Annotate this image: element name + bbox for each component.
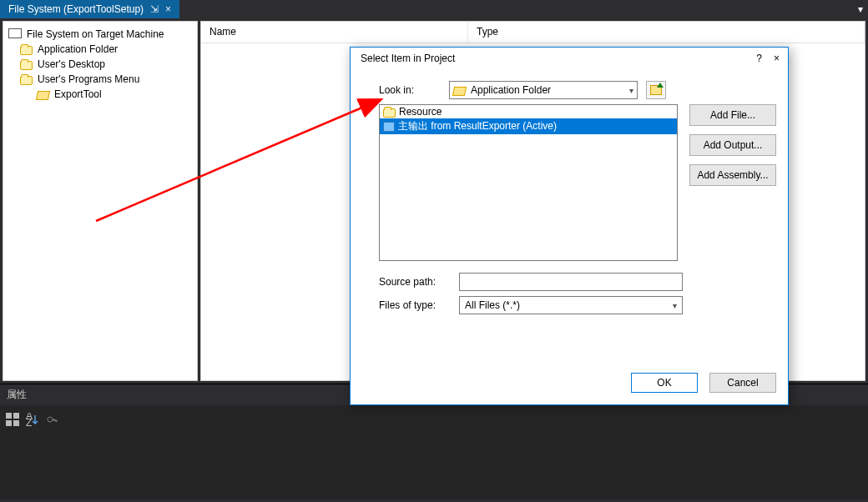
dialog-footer: OK Cancel [351,364,788,404]
tree-label: User's Programs Menu [38,73,139,85]
look-in-select[interactable]: Application Folder ▾ [449,81,638,99]
tree-label: User's Desktop [38,58,105,70]
list-item-primary-output[interactable]: 主输出 from ResultExporter (Active) [380,118,677,134]
column-name[interactable]: Name [201,22,468,43]
files-of-type-select[interactable]: All Files (*.*) ▾ [459,296,683,314]
svg-point-6 [48,417,53,422]
source-path-input[interactable] [459,273,683,291]
source-path-label: Source path: [379,276,451,288]
tree-exporttool[interactable]: ExportTool [8,87,192,102]
files-of-type-value: All Files (*.*) [465,299,520,311]
tree-root-label: File System on Target Machine [27,28,164,40]
tab-strip: File System (ExportToolSetup) ⇲ × ▾ [0,0,868,18]
svg-rect-2 [6,420,12,426]
folder-open-icon [36,91,50,100]
svg-rect-3 [13,420,19,426]
dialog-side-buttons: Add File... Add Output... Add Assembly..… [689,104,776,261]
folder-icon [20,46,33,55]
list-header: Name Type [201,22,865,43]
tab-title: File System (ExportToolSetup) [8,3,144,15]
list-item-label: Resource [399,106,442,118]
list-item-resource[interactable]: Resource [380,105,677,118]
folder-up-button[interactable] [646,81,666,99]
pin-icon[interactable]: ⇲ [150,3,159,15]
properties-body [0,432,868,499]
chevron-down-icon: ▾ [629,86,633,95]
folder-open-icon [452,87,467,96]
tabstrip-overflow-icon[interactable]: ▾ [853,0,868,18]
dialog-title: Select Item in Project [361,53,455,64]
tree-users-programs-menu[interactable]: User's Programs Menu [8,72,192,87]
document-tab[interactable]: File System (ExportToolSetup) ⇲ × [0,0,179,18]
item-list[interactable]: Resource 主输出 from ResultExporter (Active… [379,104,678,261]
tree-application-folder[interactable]: Application Folder [8,42,192,57]
svg-text:Z: Z [26,417,32,426]
column-type[interactable]: Type [468,22,865,43]
files-of-type-label: Files of type: [379,299,451,311]
categorized-view-icon[interactable] [5,412,20,427]
alphabetical-sort-icon[interactable]: AZ [25,412,40,427]
folder-icon [20,61,33,70]
source-path-row: Source path: [379,273,776,291]
dialog-close-icon[interactable]: × [774,53,780,64]
files-of-type-row: Files of type: All Files (*.*) ▾ [379,296,776,314]
add-assembly-button[interactable]: Add Assembly... [689,164,776,186]
dialog-content: Resource 主输出 from ResultExporter (Active… [379,104,776,261]
folder-icon [383,108,396,118]
look-in-label: Look in: [379,84,441,96]
cancel-button[interactable]: Cancel [709,373,776,393]
monitor-icon [8,28,22,40]
tree-users-desktop[interactable]: User's Desktop [8,57,192,72]
tree-label: Application Folder [38,43,118,55]
property-pages-icon[interactable] [45,412,60,427]
properties-toolbar: AZ [0,405,868,432]
add-file-button[interactable]: Add File... [689,104,776,126]
svg-rect-7 [53,419,58,422]
dialog-help-icon[interactable]: ? [756,53,762,64]
svg-rect-0 [6,413,12,419]
dialog-body: Look in: Application Folder ▾ Resource 主… [351,69,788,364]
folder-up-icon [650,85,662,95]
look-in-value: Application Folder [471,84,551,96]
folder-icon [20,76,33,85]
filesystem-tree-pane: File System on Target Machine Applicatio… [3,21,198,381]
project-output-icon [383,122,395,132]
ok-button[interactable]: OK [631,373,698,393]
tab-close-icon[interactable]: × [165,3,171,15]
add-output-button[interactable]: Add Output... [689,134,776,156]
tree-root[interactable]: File System on Target Machine [8,27,192,42]
list-item-label: 主输出 from ResultExporter (Active) [398,119,557,133]
dialog-titlebar: Select Item in Project ? × [351,48,788,69]
look-in-row: Look in: Application Folder ▾ [379,81,776,99]
svg-rect-1 [13,413,19,419]
tabstrip-fill [179,0,853,18]
select-item-dialog: Select Item in Project ? × Look in: Appl… [350,47,789,405]
tree-label: ExportTool [54,88,102,100]
chevron-down-icon: ▾ [673,301,677,310]
